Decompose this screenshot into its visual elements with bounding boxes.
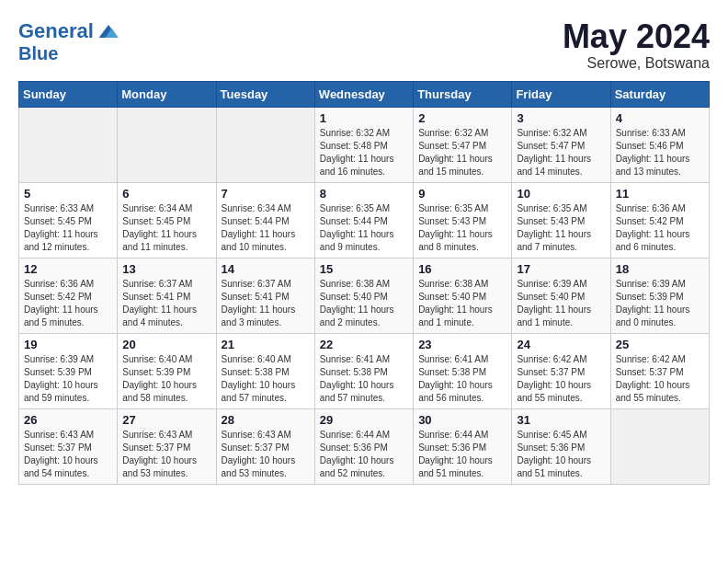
page-header: General Blue May 2024 Serowe, Botswana [18, 18, 710, 72]
calendar-week-row: 12Sunrise: 6:36 AM Sunset: 5:42 PM Dayli… [19, 258, 710, 333]
day-info: Sunrise: 6:37 AM Sunset: 5:41 PM Dayligh… [122, 278, 210, 329]
day-info: Sunrise: 6:33 AM Sunset: 5:46 PM Dayligh… [616, 127, 704, 178]
calendar-cell: 18Sunrise: 6:39 AM Sunset: 5:39 PM Dayli… [610, 258, 709, 333]
calendar-cell: 30Sunrise: 6:44 AM Sunset: 5:36 PM Dayli… [414, 408, 512, 484]
calendar-cell: 15Sunrise: 6:38 AM Sunset: 5:40 PM Dayli… [314, 258, 413, 333]
calendar-cell [610, 408, 709, 484]
day-number: 11 [616, 187, 704, 201]
month-title: May 2024 [563, 18, 710, 55]
day-number: 24 [517, 338, 605, 351]
calendar-cell: 13Sunrise: 6:37 AM Sunset: 5:41 PM Dayli… [118, 258, 216, 333]
calendar-cell: 10Sunrise: 6:35 AM Sunset: 5:43 PM Dayli… [512, 182, 610, 258]
day-number: 4 [616, 111, 704, 125]
day-number: 13 [122, 262, 210, 276]
calendar-cell: 23Sunrise: 6:41 AM Sunset: 5:38 PM Dayli… [414, 333, 512, 408]
day-number: 14 [222, 262, 310, 276]
weekday-header: Wednesday [314, 81, 413, 107]
day-number: 23 [418, 338, 506, 351]
day-number: 25 [616, 338, 704, 351]
day-number: 21 [222, 338, 310, 351]
day-info: Sunrise: 6:42 AM Sunset: 5:37 PM Dayligh… [517, 353, 605, 405]
day-info: Sunrise: 6:38 AM Sunset: 5:40 PM Dayligh… [418, 278, 506, 329]
calendar-week-row: 19Sunrise: 6:39 AM Sunset: 5:39 PM Dayli… [19, 333, 710, 408]
day-info: Sunrise: 6:33 AM Sunset: 5:45 PM Dayligh… [24, 202, 112, 254]
day-number: 1 [320, 111, 408, 125]
day-number: 27 [122, 413, 210, 427]
day-info: Sunrise: 6:43 AM Sunset: 5:37 PM Dayligh… [24, 429, 112, 480]
calendar-cell: 26Sunrise: 6:43 AM Sunset: 5:37 PM Dayli… [19, 408, 118, 484]
day-number: 30 [418, 413, 506, 427]
day-number: 3 [517, 111, 605, 125]
calendar-cell: 1Sunrise: 6:32 AM Sunset: 5:48 PM Daylig… [314, 107, 413, 182]
day-number: 20 [122, 338, 210, 351]
day-number: 10 [517, 187, 605, 201]
calendar-cell: 7Sunrise: 6:34 AM Sunset: 5:44 PM Daylig… [216, 182, 314, 258]
day-info: Sunrise: 6:35 AM Sunset: 5:43 PM Dayligh… [517, 202, 605, 254]
day-number: 6 [122, 187, 210, 201]
calendar-cell: 3Sunrise: 6:32 AM Sunset: 5:47 PM Daylig… [512, 107, 610, 182]
location-subtitle: Serowe, Botswana [563, 55, 710, 72]
logo-blue-text: Blue [18, 44, 121, 63]
day-info: Sunrise: 6:37 AM Sunset: 5:41 PM Dayligh… [222, 278, 310, 329]
day-info: Sunrise: 6:45 AM Sunset: 5:36 PM Dayligh… [517, 429, 605, 480]
day-number: 18 [616, 262, 704, 276]
calendar-cell: 6Sunrise: 6:34 AM Sunset: 5:45 PM Daylig… [118, 182, 216, 258]
logo: General Blue [18, 18, 121, 63]
weekday-header: Friday [512, 81, 610, 107]
calendar-cell: 19Sunrise: 6:39 AM Sunset: 5:39 PM Dayli… [19, 333, 118, 408]
calendar-header-row: SundayMondayTuesdayWednesdayThursdayFrid… [19, 81, 710, 107]
logo-icon [96, 18, 121, 44]
day-info: Sunrise: 6:32 AM Sunset: 5:47 PM Dayligh… [517, 127, 605, 178]
calendar-cell: 22Sunrise: 6:41 AM Sunset: 5:38 PM Dayli… [314, 333, 413, 408]
weekday-header: Thursday [414, 81, 512, 107]
calendar-week-row: 1Sunrise: 6:32 AM Sunset: 5:48 PM Daylig… [19, 107, 710, 182]
weekday-header: Saturday [610, 81, 709, 107]
calendar-cell: 29Sunrise: 6:44 AM Sunset: 5:36 PM Dayli… [314, 408, 413, 484]
logo-text: General [18, 21, 94, 41]
day-info: Sunrise: 6:32 AM Sunset: 5:48 PM Dayligh… [320, 127, 408, 178]
day-info: Sunrise: 6:39 AM Sunset: 5:39 PM Dayligh… [24, 353, 112, 405]
day-info: Sunrise: 6:44 AM Sunset: 5:36 PM Dayligh… [320, 429, 408, 480]
day-number: 8 [320, 187, 408, 201]
calendar-cell: 14Sunrise: 6:37 AM Sunset: 5:41 PM Dayli… [216, 258, 314, 333]
calendar-cell: 25Sunrise: 6:42 AM Sunset: 5:37 PM Dayli… [610, 333, 709, 408]
calendar-cell: 21Sunrise: 6:40 AM Sunset: 5:38 PM Dayli… [216, 333, 314, 408]
day-number: 29 [320, 413, 408, 427]
calendar-cell: 16Sunrise: 6:38 AM Sunset: 5:40 PM Dayli… [414, 258, 512, 333]
weekday-header: Sunday [19, 81, 118, 107]
calendar-cell: 2Sunrise: 6:32 AM Sunset: 5:47 PM Daylig… [414, 107, 512, 182]
calendar-cell: 17Sunrise: 6:39 AM Sunset: 5:40 PM Dayli… [512, 258, 610, 333]
calendar-cell [216, 107, 314, 182]
day-info: Sunrise: 6:39 AM Sunset: 5:40 PM Dayligh… [517, 278, 605, 329]
calendar-cell: 31Sunrise: 6:45 AM Sunset: 5:36 PM Dayli… [512, 408, 610, 484]
day-info: Sunrise: 6:44 AM Sunset: 5:36 PM Dayligh… [418, 429, 506, 480]
day-number: 16 [418, 262, 506, 276]
day-info: Sunrise: 6:42 AM Sunset: 5:37 PM Dayligh… [616, 353, 704, 405]
day-info: Sunrise: 6:35 AM Sunset: 5:44 PM Dayligh… [320, 202, 408, 254]
day-number: 5 [24, 187, 112, 201]
day-info: Sunrise: 6:41 AM Sunset: 5:38 PM Dayligh… [418, 353, 506, 405]
day-number: 7 [222, 187, 310, 201]
calendar-week-row: 5Sunrise: 6:33 AM Sunset: 5:45 PM Daylig… [19, 182, 710, 258]
calendar-week-row: 26Sunrise: 6:43 AM Sunset: 5:37 PM Dayli… [19, 408, 710, 484]
calendar-cell [118, 107, 216, 182]
weekday-header: Tuesday [216, 81, 314, 107]
day-number: 9 [418, 187, 506, 201]
weekday-header: Monday [118, 81, 216, 107]
calendar-cell: 27Sunrise: 6:43 AM Sunset: 5:37 PM Dayli… [118, 408, 216, 484]
day-info: Sunrise: 6:40 AM Sunset: 5:38 PM Dayligh… [222, 353, 310, 405]
day-info: Sunrise: 6:36 AM Sunset: 5:42 PM Dayligh… [616, 202, 704, 254]
day-number: 12 [24, 262, 112, 276]
day-number: 2 [418, 111, 506, 125]
day-info: Sunrise: 6:43 AM Sunset: 5:37 PM Dayligh… [122, 429, 210, 480]
calendar-cell: 12Sunrise: 6:36 AM Sunset: 5:42 PM Dayli… [19, 258, 118, 333]
day-info: Sunrise: 6:36 AM Sunset: 5:42 PM Dayligh… [24, 278, 112, 329]
calendar-cell: 8Sunrise: 6:35 AM Sunset: 5:44 PM Daylig… [314, 182, 413, 258]
calendar-cell: 11Sunrise: 6:36 AM Sunset: 5:42 PM Dayli… [610, 182, 709, 258]
day-number: 26 [24, 413, 112, 427]
day-info: Sunrise: 6:40 AM Sunset: 5:39 PM Dayligh… [122, 353, 210, 405]
calendar-cell: 28Sunrise: 6:43 AM Sunset: 5:37 PM Dayli… [216, 408, 314, 484]
day-number: 31 [517, 413, 605, 427]
calendar-cell: 20Sunrise: 6:40 AM Sunset: 5:39 PM Dayli… [118, 333, 216, 408]
calendar-cell: 5Sunrise: 6:33 AM Sunset: 5:45 PM Daylig… [19, 182, 118, 258]
